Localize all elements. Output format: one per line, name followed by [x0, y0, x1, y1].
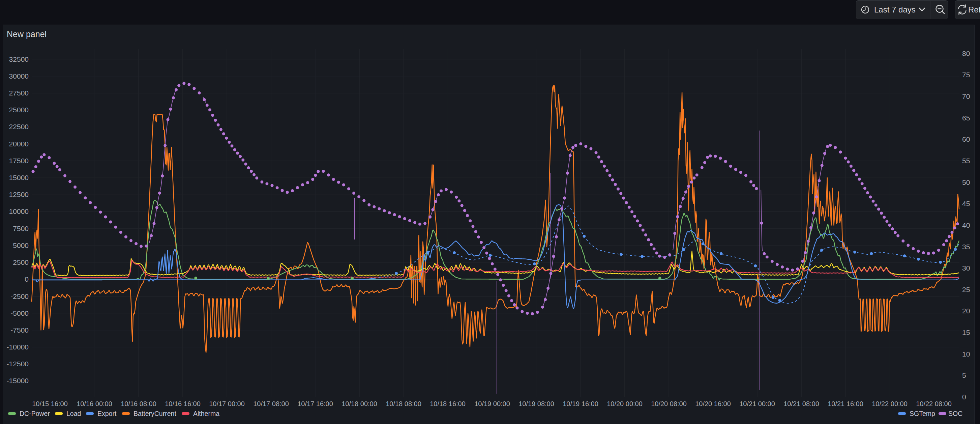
- svg-text:45: 45: [962, 200, 970, 207]
- svg-text:70: 70: [962, 92, 970, 100]
- svg-text:10/18 16:00: 10/18 16:00: [430, 400, 466, 408]
- svg-text:-5000: -5000: [10, 309, 29, 317]
- svg-text:10/16 16:00: 10/16 16:00: [165, 400, 200, 408]
- svg-text:12500: 12500: [9, 191, 29, 198]
- svg-text:10/20 08:00: 10/20 08:00: [651, 400, 687, 408]
- svg-text:0: 0: [962, 393, 966, 401]
- svg-text:30000: 30000: [9, 72, 29, 80]
- svg-text:35: 35: [962, 243, 970, 250]
- svg-text:0: 0: [25, 275, 29, 283]
- svg-text:Export: Export: [97, 410, 117, 417]
- svg-text:20000: 20000: [9, 140, 29, 148]
- svg-text:65: 65: [962, 114, 970, 122]
- svg-text:25: 25: [962, 286, 970, 293]
- svg-text:30: 30: [962, 264, 970, 272]
- svg-text:15000: 15000: [9, 174, 29, 182]
- svg-text:10/19 16:00: 10/19 16:00: [563, 400, 598, 408]
- svg-text:80: 80: [962, 49, 970, 57]
- svg-text:27500: 27500: [9, 89, 29, 97]
- svg-text:75: 75: [962, 71, 970, 78]
- svg-text:SOC: SOC: [948, 410, 963, 417]
- svg-text:Last 7 days: Last 7 days: [874, 5, 916, 14]
- svg-text:10000: 10000: [9, 207, 29, 215]
- svg-text:15: 15: [962, 328, 970, 336]
- svg-text:Altherma: Altherma: [193, 410, 220, 417]
- svg-text:10/21 00:00: 10/21 00:00: [739, 400, 775, 408]
- svg-text:10/17 08:00: 10/17 08:00: [253, 400, 289, 408]
- svg-text:10/19 00:00: 10/19 00:00: [474, 400, 510, 408]
- svg-text:BatteryCurrent: BatteryCurrent: [134, 410, 176, 417]
- svg-text:10/22 08:00: 10/22 08:00: [916, 400, 952, 408]
- svg-text:10/20 16:00: 10/20 16:00: [695, 400, 731, 408]
- svg-text:-10000: -10000: [7, 343, 29, 351]
- svg-text:Load: Load: [67, 410, 81, 417]
- svg-text:-15000: -15000: [7, 377, 29, 384]
- svg-text:-2500: -2500: [10, 292, 29, 300]
- svg-text:2500: 2500: [13, 258, 29, 266]
- svg-text:50: 50: [962, 179, 970, 186]
- svg-text:10/22 00:00: 10/22 00:00: [872, 400, 907, 408]
- svg-text:SGTemp: SGTemp: [910, 410, 935, 417]
- svg-text:10/20 00:00: 10/20 00:00: [607, 400, 643, 408]
- svg-text:32500: 32500: [9, 55, 29, 63]
- svg-text:10/21 08:00: 10/21 08:00: [783, 400, 819, 408]
- svg-text:20: 20: [962, 307, 970, 315]
- svg-text:22500: 22500: [9, 123, 29, 131]
- svg-text:-12500: -12500: [7, 360, 29, 368]
- svg-text:40: 40: [962, 221, 970, 229]
- svg-text:10: 10: [962, 350, 970, 358]
- svg-text:5000: 5000: [13, 242, 29, 249]
- svg-text:10/18 08:00: 10/18 08:00: [386, 400, 422, 408]
- svg-text:25000: 25000: [9, 106, 29, 114]
- svg-text:5: 5: [962, 371, 966, 379]
- svg-text:Refresh: Refresh: [968, 5, 980, 14]
- svg-text:New panel: New panel: [7, 29, 46, 39]
- svg-text:10/16 00:00: 10/16 00:00: [76, 400, 112, 408]
- svg-text:60: 60: [962, 135, 970, 143]
- svg-text:10/16 08:00: 10/16 08:00: [121, 400, 156, 408]
- svg-text:55: 55: [962, 157, 970, 164]
- svg-text:17500: 17500: [9, 157, 29, 164]
- svg-text:-7500: -7500: [10, 326, 29, 334]
- svg-text:DC-Power: DC-Power: [19, 410, 50, 417]
- svg-text:10/21 16:00: 10/21 16:00: [827, 400, 863, 408]
- svg-text:10/15 16:00: 10/15 16:00: [32, 400, 68, 408]
- svg-text:10/18 00:00: 10/18 00:00: [342, 400, 377, 408]
- svg-text:7500: 7500: [13, 225, 29, 233]
- svg-text:10/19 08:00: 10/19 08:00: [519, 400, 554, 408]
- svg-text:10/17 16:00: 10/17 16:00: [298, 400, 333, 408]
- svg-text:10/17 00:00: 10/17 00:00: [209, 400, 245, 408]
